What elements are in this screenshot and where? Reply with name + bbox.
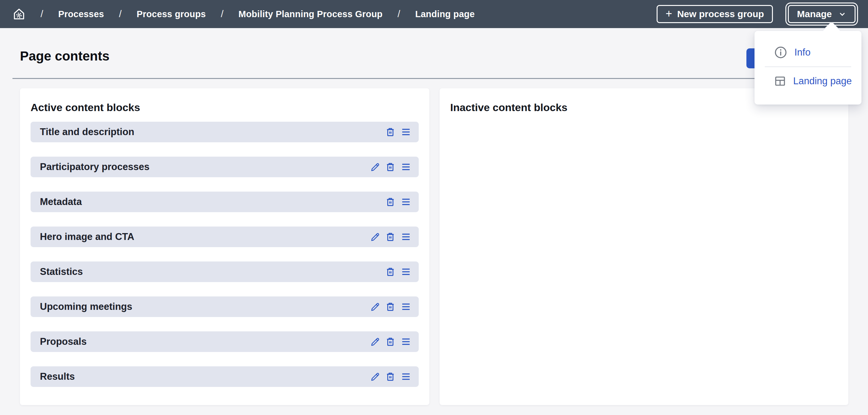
breadcrumb-separator: /	[221, 8, 223, 20]
header-divider	[12, 78, 856, 79]
landing-page-icon	[774, 75, 786, 87]
content-block-row[interactable]: Results	[31, 366, 419, 387]
manage-dropdown-menu: Info Landing page	[754, 31, 862, 105]
content-block-row[interactable]: Metadata	[31, 191, 419, 212]
delete-icon[interactable]	[385, 301, 396, 312]
content-block-row[interactable]: Title and description	[31, 122, 419, 142]
breadcrumb-separator: /	[40, 8, 43, 20]
delete-icon[interactable]	[385, 126, 396, 138]
content-block-actions	[385, 196, 412, 208]
content-block-actions	[370, 161, 412, 173]
info-icon	[774, 46, 787, 59]
content-block-row[interactable]: Proposals	[31, 331, 419, 352]
home-link[interactable]	[12, 7, 26, 21]
delete-icon[interactable]	[385, 231, 396, 242]
content-block-actions	[370, 231, 412, 243]
active-blocks-list: Title and description Participatory proc…	[31, 122, 419, 387]
edit-icon[interactable]	[370, 336, 381, 347]
drag-handle-icon[interactable]	[400, 371, 412, 383]
topbar: /Processes/Process groups/Mobility Plann…	[0, 0, 868, 28]
breadcrumb-link[interactable]: Landing page	[415, 9, 475, 19]
content-block-actions	[370, 336, 412, 348]
content-block-label: Title and description	[40, 126, 134, 138]
drag-handle-icon[interactable]	[400, 336, 412, 348]
content-block-label: Hero image and CTA	[40, 231, 134, 242]
new-process-group-button[interactable]: + New process group	[657, 5, 773, 23]
edit-icon[interactable]	[370, 161, 381, 173]
content-block-row[interactable]: Participatory processes	[31, 157, 419, 177]
breadcrumb-items: /Processes/Process groups/Mobility Plann…	[40, 8, 475, 20]
content-block-row[interactable]: Upcoming meetings	[31, 296, 419, 317]
content-block-actions	[370, 371, 412, 383]
chevron-down-icon	[838, 10, 846, 19]
delete-icon[interactable]	[385, 336, 396, 347]
breadcrumb-separator: /	[398, 8, 400, 20]
content-block-label: Metadata	[40, 196, 82, 208]
content-block-label: Participatory processes	[40, 161, 150, 173]
edit-icon[interactable]	[370, 232, 381, 242]
content-block-label: Upcoming meetings	[40, 301, 132, 312]
content-block-row[interactable]: Hero image and CTA	[31, 227, 419, 247]
delete-icon[interactable]	[385, 196, 396, 208]
drag-handle-icon[interactable]	[400, 231, 412, 243]
active-panel-title: Active content blocks	[31, 101, 419, 114]
drag-handle-icon[interactable]	[400, 301, 412, 313]
drag-handle-icon[interactable]	[400, 161, 412, 173]
drag-handle-icon[interactable]	[400, 266, 412, 278]
delete-icon[interactable]	[385, 371, 396, 382]
active-content-blocks-panel: Active content blocks Title and descript…	[20, 88, 429, 405]
breadcrumb-link[interactable]: Mobility Planning Process Group	[239, 9, 382, 19]
content-block-label: Proposals	[40, 336, 87, 347]
content-block-label: Results	[40, 371, 75, 382]
plus-icon: +	[665, 8, 672, 19]
content-block-actions	[385, 266, 412, 278]
breadcrumb-link[interactable]: Process groups	[136, 9, 206, 19]
breadcrumb-separator: /	[119, 8, 122, 20]
content-block-label: Statistics	[40, 266, 83, 277]
inactive-content-blocks-panel: Inactive content blocks	[440, 88, 848, 405]
content-block-actions	[385, 126, 412, 138]
manage-button[interactable]: Manage	[788, 5, 856, 23]
edit-icon[interactable]	[370, 301, 381, 312]
drag-handle-icon[interactable]	[400, 196, 412, 208]
drag-handle-icon[interactable]	[400, 126, 412, 138]
breadcrumb-link[interactable]: Processes	[58, 9, 104, 19]
page-title: Page contents	[20, 49, 110, 64]
content-block-row[interactable]: Statistics	[31, 262, 419, 282]
home-gear-icon	[12, 7, 26, 21]
topbar-actions: + New process group Manage	[657, 5, 856, 23]
content-block-actions	[370, 301, 412, 313]
delete-icon[interactable]	[385, 266, 396, 277]
dropdown-item-landing-page[interactable]: Landing page	[754, 67, 862, 95]
dropdown-item-info[interactable]: Info	[754, 38, 862, 66]
breadcrumb: /Processes/Process groups/Mobility Plann…	[12, 7, 475, 21]
edit-icon[interactable]	[370, 371, 381, 382]
delete-icon[interactable]	[385, 161, 396, 173]
